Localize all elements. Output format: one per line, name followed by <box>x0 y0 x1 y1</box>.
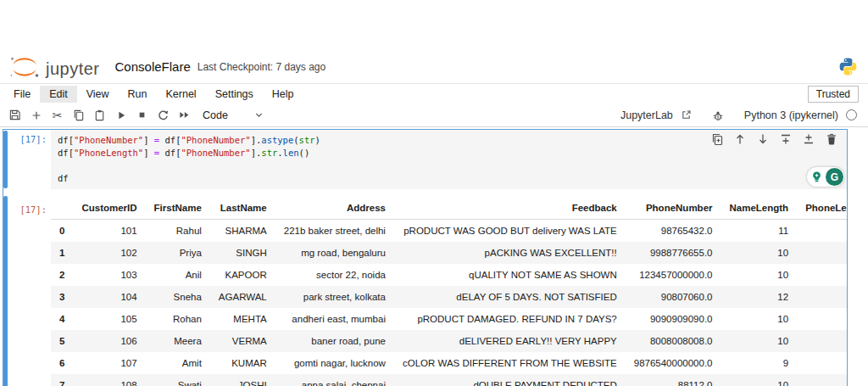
output-prompt: [17]: <box>8 195 51 386</box>
move-cell-up-button[interactable] <box>733 132 747 146</box>
table-cell: 103 <box>73 264 145 286</box>
duplicate-cell-button[interactable] <box>710 132 724 146</box>
cell-row-gap <box>3 189 847 195</box>
table-cell: AGARWAL <box>210 286 275 308</box>
table-cell: dOUBLE PAYMENT DEDUCTED <box>394 374 626 386</box>
cell-output-area: [17]: CustomerIDFirstNameLastNameAddress… <box>3 195 847 386</box>
run-cell-button[interactable] <box>110 105 131 125</box>
python-logo-icon <box>838 57 858 76</box>
move-cell-down-button[interactable] <box>756 132 770 146</box>
menu-help[interactable]: Help <box>263 86 303 103</box>
table-cell: pRODUCT WAS GOOD BUT delivery WAS LATE <box>394 220 626 243</box>
table-cell: andheri east, mumbai <box>275 308 394 330</box>
row-index: 0 <box>51 220 73 243</box>
table-cell: 107 <box>73 352 145 374</box>
table-cell: pRODUCT DAMAGED. REFUND IN 7 DAYS? <box>394 308 626 330</box>
checkpoint-status: Last Checkpoint: 7 days ago <box>198 61 326 73</box>
row-index: 6 <box>51 352 73 374</box>
interrupt-kernel-button[interactable] <box>131 105 153 125</box>
menu-items: FileEditViewRunKernelSettingsHelp <box>4 86 303 103</box>
cell-type-dropdown[interactable]: Code <box>203 109 228 121</box>
table-cell: cOLOR WAS DIFFERENT FROM THE WEBSITE <box>394 352 626 374</box>
chevron-down-icon[interactable] <box>248 105 270 125</box>
debugger-bug-icon[interactable] <box>712 109 724 121</box>
menu-settings[interactable]: Settings <box>206 86 263 103</box>
table-row: 4105RohanMEHTAandheri east, mumbaipRODUC… <box>51 308 847 330</box>
column-header: NameLength <box>721 197 798 220</box>
top-whitespace <box>0 0 868 50</box>
table-cell: 10 <box>797 220 847 243</box>
grammarly-overlay: G <box>807 167 844 187</box>
column-header: FirstName <box>146 197 210 220</box>
table-cell: 98765432.0 <box>626 220 721 243</box>
cut-cells-button[interactable]: ✂ <box>47 105 68 125</box>
table-cell: 15 <box>797 352 847 374</box>
table-cell: 10 <box>721 242 798 264</box>
grammarly-suggestion-icon[interactable] <box>808 168 826 186</box>
table-cell: VERMA <box>210 330 275 352</box>
menu-kernel[interactable]: Kernel <box>157 86 206 103</box>
table-cell: 108 <box>73 374 145 386</box>
column-header: Address <box>275 197 394 220</box>
table-cell: 102 <box>73 242 145 264</box>
menu-file[interactable]: File <box>4 86 40 103</box>
dataframe-table: CustomerIDFirstNameLastNameAddressFeedba… <box>51 197 847 386</box>
table-cell: mg road, bengaluru <box>275 242 394 264</box>
table-cell: SINGH <box>210 242 275 264</box>
table-cell: 9876540000000.0 <box>626 352 721 374</box>
restart-run-all-button[interactable] <box>174 105 195 125</box>
kernel-name[interactable]: Python 3 (ipykernel) <box>744 109 838 121</box>
table-cell: JOSHI <box>210 374 275 386</box>
menu-bar: FileEditViewRunKernelSettingsHelp Truste… <box>0 84 868 103</box>
table-row: 6107AmitKUMARgomti nagar, lucknowcOLOR W… <box>51 352 847 374</box>
external-link-icon[interactable] <box>681 109 692 120</box>
menu-view[interactable]: View <box>77 86 119 103</box>
table-row: 0101RahulSHARMA221b baker street, delhip… <box>51 220 847 243</box>
table-cell: dELAY OF 5 DAYS. NOT SATISFIED <box>394 286 626 308</box>
menu-run[interactable]: Run <box>119 86 157 103</box>
table-row: 3104SnehaAGARWALpark street, kolkatadELA… <box>51 286 847 308</box>
toolbar-right: JupyterLab Python 3 (ipykernel) <box>620 109 868 121</box>
table-cell: Rohan <box>146 308 210 330</box>
row-index: 2 <box>51 264 73 286</box>
table-cell: 10 <box>721 264 798 286</box>
table-cell: Amit <box>146 352 210 374</box>
column-header: CustomerID <box>73 197 145 220</box>
output-content: CustomerIDFirstNameLastNameAddressFeedba… <box>51 195 847 386</box>
table-row: 5106MeeraVERMAbaner road, punedELIVERED … <box>51 330 847 352</box>
row-index: 5 <box>51 330 73 352</box>
table-cell: 10 <box>797 286 847 308</box>
table-cell: 11 <box>721 220 798 243</box>
insert-cell-button[interactable] <box>25 105 47 125</box>
column-header: PhoneLength <box>797 197 847 220</box>
copy-cells-button[interactable] <box>68 105 89 125</box>
table-cell: 221b baker street, delhi <box>275 220 394 243</box>
table-cell: Swati <box>146 374 210 386</box>
input-prompt: [17]: <box>8 130 51 189</box>
notebook-title[interactable]: ConsoleFlare <box>115 59 191 74</box>
table-cell: Anil <box>146 264 210 286</box>
jupyter-logo-icon <box>8 55 41 79</box>
delete-cell-button[interactable] <box>825 132 838 146</box>
table-cell: Rahul <box>146 220 210 243</box>
jupyter-wordmark: jupyter <box>46 60 100 79</box>
jupyterlab-link[interactable]: JupyterLab <box>620 109 673 121</box>
notebook-header: jupyter ConsoleFlare Last Checkpoint: 7 … <box>0 50 868 84</box>
insert-cell-above-button[interactable] <box>779 132 793 146</box>
trusted-button[interactable]: Trusted <box>808 86 859 103</box>
paste-cells-button[interactable] <box>89 105 110 125</box>
table-cell: gomti nagar, lucknow <box>275 352 394 374</box>
insert-cell-below-button[interactable] <box>802 132 815 146</box>
cell-toolbar <box>710 132 838 146</box>
restart-kernel-button[interactable] <box>153 105 174 125</box>
jupyter-brand[interactable]: jupyter <box>8 55 100 79</box>
code-line <box>58 159 840 172</box>
table-cell: 10 <box>721 308 798 330</box>
save-button[interactable] <box>4 105 25 125</box>
table-cell: 123457000000.0 <box>626 264 721 286</box>
menu-edit[interactable]: Edit <box>40 86 77 103</box>
table-cell: anna salai, chennai <box>275 374 394 386</box>
code-cell[interactable]: [17]: df["PhoneNumber"] = df["PhoneNumbe… <box>3 129 848 386</box>
grammarly-icon[interactable]: G <box>826 168 843 186</box>
code-editor[interactable]: df["PhoneNumber"] = df["PhoneNumber"].as… <box>51 130 847 189</box>
